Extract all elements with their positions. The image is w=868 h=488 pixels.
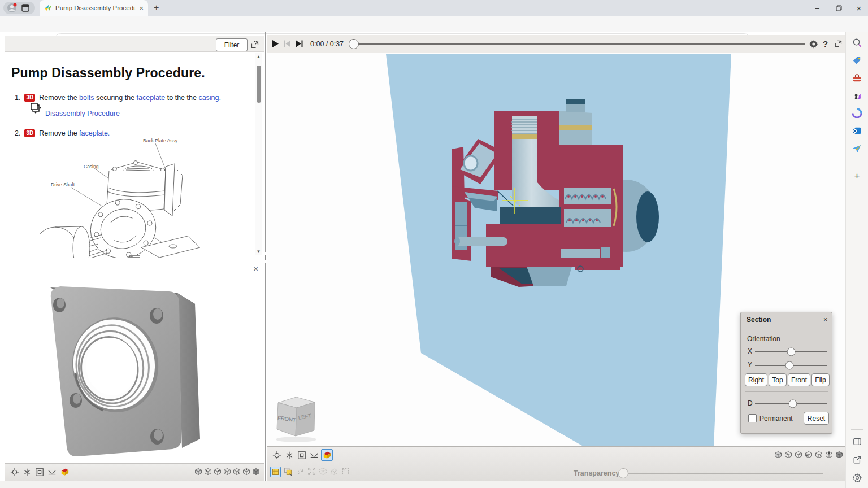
fit-view-icon[interactable]	[47, 468, 57, 477]
scroll-down-icon[interactable]: ▼	[256, 249, 261, 254]
scrollbar-thumb[interactable]	[257, 66, 261, 103]
viewer-toolbar: Transparency:	[267, 446, 845, 481]
faceplate-3d-render[interactable]	[6, 260, 263, 463]
x-slider-thumb[interactable]	[787, 348, 796, 356]
search-icon[interactable]	[852, 37, 862, 48]
rotate-icon[interactable]	[23, 468, 32, 477]
view-right-icon[interactable]	[233, 468, 241, 476]
sidebar-panel-icon[interactable]	[852, 436, 862, 447]
permanent-checkbox[interactable]	[748, 414, 757, 422]
games-icon[interactable]	[852, 90, 862, 101]
toolbox-icon[interactable]	[852, 73, 862, 84]
pan-icon[interactable]	[10, 468, 19, 477]
tab-close-button[interactable]: ×	[139, 4, 144, 12]
section-right-button[interactable]: Right	[745, 373, 767, 386]
window-minimize-button[interactable]: –	[806, 0, 828, 16]
settings-gear-icon[interactable]	[809, 40, 818, 49]
sidebar-divider	[851, 163, 863, 163]
play-icon[interactable]	[271, 40, 279, 48]
view-left-icon[interactable]	[223, 468, 231, 476]
workspaces-icon[interactable]	[21, 4, 29, 12]
standard-view-home-icon[interactable]	[322, 450, 332, 460]
link-casing[interactable]: casing.	[198, 94, 221, 102]
select-zoom-icon[interactable]	[284, 467, 293, 476]
section-dialog[interactable]: Section – × Orientation X Y Right Top Fr…	[740, 312, 832, 434]
transparency-slider[interactable]	[620, 473, 823, 474]
link-faceplate[interactable]: faceplate	[137, 94, 166, 102]
pan-icon[interactable]	[272, 451, 281, 460]
view-left-icon[interactable]	[805, 451, 813, 459]
fullscreen-icon[interactable]	[834, 40, 843, 48]
scroll-up-icon[interactable]: ▲	[256, 54, 261, 59]
skip-start-icon[interactable]	[283, 40, 292, 48]
d-slider-label: D	[748, 399, 753, 407]
sidebar-divider	[851, 429, 863, 430]
drop-icon[interactable]	[852, 143, 862, 154]
help-icon[interactable]: ?	[823, 39, 828, 49]
transparency-thumb[interactable]	[618, 468, 628, 478]
ghost-cube-icon[interactable]	[319, 467, 327, 476]
section-front-button[interactable]: Front	[788, 373, 810, 386]
window-restore-button[interactable]	[827, 0, 850, 16]
step-3d-badge[interactable]: 3D	[24, 94, 35, 102]
step-3d-badge[interactable]: 3D	[24, 129, 35, 137]
x-slider[interactable]	[755, 351, 827, 352]
new-tab-button[interactable]: +	[154, 3, 159, 13]
procedure-3d-icon[interactable]	[29, 102, 42, 114]
disassembly-procedure-link[interactable]: Disassembly Procedure	[45, 110, 120, 117]
view-back-icon[interactable]	[795, 451, 802, 459]
view-cube[interactable]: FRONT LEFT	[276, 397, 316, 442]
link-bolts[interactable]: bolts	[79, 94, 94, 102]
rotate-part-icon[interactable]	[296, 467, 305, 476]
skip-end-icon[interactable]	[295, 40, 303, 48]
profile-button[interactable]	[3, 2, 35, 14]
view-right-icon[interactable]	[815, 451, 823, 459]
shopping-icon[interactable]	[852, 55, 862, 66]
view-top-icon[interactable]	[825, 451, 833, 459]
d-slider[interactable]	[755, 403, 827, 404]
open-external-icon[interactable]	[852, 454, 862, 465]
add-sidebar-icon[interactable]: +	[852, 171, 862, 181]
d-slider-thumb[interactable]	[788, 400, 797, 408]
detach-panel-icon[interactable]	[250, 40, 259, 49]
view-bottom-icon[interactable]	[252, 468, 260, 476]
show-all-icon[interactable]	[271, 468, 280, 476]
horizontal-split-handle[interactable]	[127, 254, 142, 259]
y-slider[interactable]	[755, 365, 827, 366]
microsoft-365-icon[interactable]	[852, 108, 862, 119]
rotate-icon[interactable]	[285, 451, 294, 460]
timecode: 0:00 / 0:37	[310, 40, 344, 48]
filter-button[interactable]: Filter	[216, 38, 248, 51]
crop-region-icon[interactable]	[341, 467, 350, 476]
dialog-close-icon[interactable]: ×	[823, 315, 828, 324]
reset-button[interactable]: Reset	[804, 412, 829, 425]
ghost-cube-alt-icon[interactable]	[330, 467, 338, 476]
view-top-icon[interactable]	[242, 468, 250, 476]
timeline-thumb[interactable]	[349, 39, 359, 49]
view-iso-icon[interactable]	[194, 468, 202, 476]
sidebar-settings-icon[interactable]	[852, 472, 862, 483]
section-flip-button[interactable]: Flip	[811, 373, 830, 386]
standard-view-home-icon[interactable]	[60, 467, 70, 477]
y-slider-thumb[interactable]	[785, 361, 794, 370]
window-close-button[interactable]: ×	[848, 0, 868, 16]
browser-tab[interactable]: Pump Disassembly Procedure. - C ×	[40, 0, 148, 16]
step-number: 1.	[15, 94, 20, 102]
view-front-icon[interactable]	[204, 468, 212, 476]
expand-parts-icon[interactable]	[307, 467, 316, 476]
document-scrollbar[interactable]: ▲ ▼	[255, 53, 262, 255]
section-top-button[interactable]: Top	[769, 373, 787, 386]
view-front-icon[interactable]	[784, 451, 792, 459]
outlook-icon[interactable]	[852, 125, 862, 136]
timeline-slider[interactable]	[349, 43, 805, 45]
zoom-window-icon[interactable]	[35, 468, 44, 477]
dialog-minimize-icon[interactable]: –	[813, 315, 817, 324]
fit-view-icon[interactable]	[310, 451, 319, 460]
standard-view-home-selected[interactable]	[321, 449, 333, 461]
view-bottom-icon[interactable]	[835, 451, 843, 459]
show-all-selected[interactable]	[270, 467, 281, 477]
view-back-icon[interactable]	[214, 468, 222, 476]
view-iso-icon[interactable]	[774, 451, 782, 459]
zoom-window-icon[interactable]	[297, 451, 306, 460]
preview-close-icon[interactable]: ×	[253, 264, 258, 273]
